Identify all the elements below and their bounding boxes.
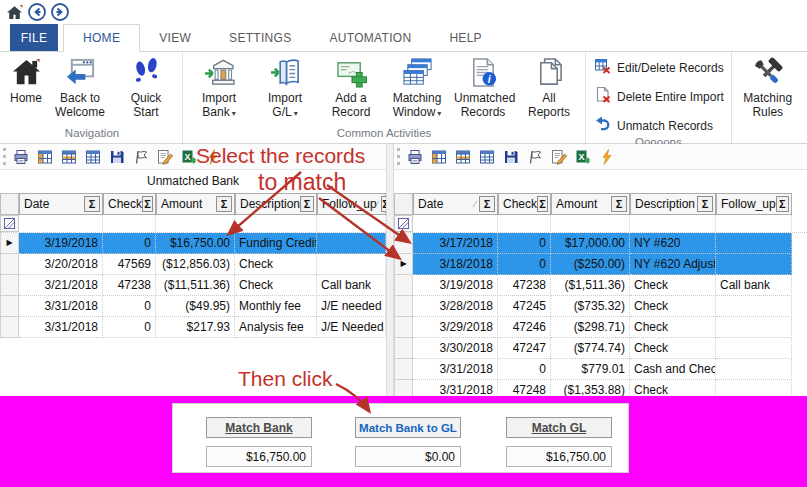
cell-description[interactable]: Monthly fee: [235, 296, 317, 317]
bank-grid-column-header-check[interactable]: CheckΣ: [103, 193, 156, 215]
cell-description[interactable]: Analysis fee: [235, 317, 317, 338]
ribbon-button-matching-rules[interactable]: Matching Rules: [735, 52, 801, 119]
bank-grid-row-4[interactable]: 3/31/20180$217.93Analysis feeJ/E Needed: [0, 317, 386, 338]
bank-grid-select-all[interactable]: [0, 193, 19, 215]
sigma-summary-button[interactable]: Σ: [611, 196, 627, 212]
gl-grid-row-6[interactable]: 3/31/20180$779.01Cash and Check De...: [394, 359, 807, 380]
save-icon[interactable]: [502, 148, 519, 165]
row-header[interactable]: [394, 317, 413, 338]
bank-grid-row-0[interactable]: ▶3/19/20180$16,750.00Funding Credit: [0, 233, 386, 254]
sigma-summary-button[interactable]: Σ: [479, 196, 495, 212]
ribbon-button-unmatched-records[interactable]: iUnmatched Records: [450, 52, 516, 119]
cell-description[interactable]: Funding Credit: [235, 233, 317, 254]
match-gl-button[interactable]: Match GL: [506, 417, 612, 438]
home-icon[interactable]: [5, 3, 23, 21]
bank-grid-column-header-amount[interactable]: AmountΣ: [156, 193, 235, 215]
sigma-summary-button[interactable]: Σ: [776, 196, 789, 212]
cell-follow-up[interactable]: J/E Needed: [317, 317, 386, 338]
grid-view-icon[interactable]: [478, 148, 495, 165]
cell-description[interactable]: Check: [630, 317, 716, 338]
filter-cell[interactable]: [551, 215, 630, 232]
gl-grid-row-2[interactable]: 3/19/201847238($1,511.36)CheckCall bank: [394, 275, 807, 296]
filter-cell[interactable]: [235, 215, 317, 232]
cell-amount[interactable]: ($774.74): [551, 338, 630, 359]
cell-amount[interactable]: ($49.95): [156, 296, 235, 317]
row-view-icon[interactable]: [60, 148, 77, 165]
match-bank-to-gl-button[interactable]: Match Bank to GL: [355, 417, 461, 438]
cell-follow-up[interactable]: [716, 359, 792, 380]
filter-cell[interactable]: [156, 215, 235, 232]
cell-amount[interactable]: $217.93: [156, 317, 235, 338]
cell-description[interactable]: Check: [630, 380, 716, 396]
cell-check[interactable]: 47569: [103, 254, 156, 275]
edit-record-icon[interactable]: [550, 148, 567, 165]
cell-follow-up[interactable]: [716, 317, 792, 338]
ribbon-button-unmatch-records[interactable]: Unmatch Records: [595, 116, 724, 135]
gl-grid-column-header-amount[interactable]: AmountΣ: [551, 193, 630, 215]
gl-grid-row-5[interactable]: 3/30/201847247($774.74)Check: [394, 338, 807, 359]
gl-grid-column-header-description[interactable]: DescriptionΣ: [630, 193, 716, 215]
cell-follow-up[interactable]: Call bank: [716, 275, 792, 296]
cell-date[interactable]: 3/31/2018: [19, 296, 103, 317]
cell-follow-up[interactable]: [317, 233, 386, 254]
cell-check[interactable]: 47238: [498, 275, 551, 296]
tab-help[interactable]: HELP: [430, 24, 501, 51]
cell-check[interactable]: 0: [103, 233, 156, 254]
cell-amount[interactable]: ($12,856.03): [156, 254, 235, 275]
gl-grid-row-4[interactable]: 3/29/201847246($298.71)Check: [394, 317, 807, 338]
cell-check[interactable]: 0: [103, 317, 156, 338]
cell-amount[interactable]: $17,000.00: [551, 233, 630, 254]
cell-description[interactable]: Check: [630, 338, 716, 359]
row-header[interactable]: ▶: [0, 233, 19, 254]
filter-cell[interactable]: [19, 215, 103, 232]
cell-check[interactable]: 47248: [498, 380, 551, 396]
sigma-summary-button[interactable]: Σ: [697, 196, 713, 212]
cell-date[interactable]: 3/18/2018: [413, 254, 498, 275]
row-header[interactable]: [394, 380, 413, 396]
sigma-summary-button[interactable]: Σ: [142, 196, 153, 212]
print-icon[interactable]: [406, 148, 423, 165]
tab-settings[interactable]: SETTINGS: [210, 24, 310, 51]
ribbon-button-add-a-record[interactable]: Add a Record: [318, 52, 384, 119]
cell-description[interactable]: NY #620 Adjustment: [630, 254, 716, 275]
cell-date[interactable]: 3/21/2018: [19, 275, 103, 296]
edit-record-icon[interactable]: [156, 148, 173, 165]
cell-follow-up[interactable]: Call bank: [317, 275, 386, 296]
gl-grid-column-header-date[interactable]: Date∕Σ: [413, 193, 498, 215]
ribbon-button-import-bank[interactable]: Import Bank▾: [186, 52, 252, 121]
ribbon-button-quick-start[interactable]: Quick Start: [113, 52, 179, 119]
row-header[interactable]: [394, 233, 413, 254]
row-view-icon[interactable]: [454, 148, 471, 165]
sigma-summary-button[interactable]: Σ: [300, 196, 314, 212]
tab-file[interactable]: FILE: [10, 24, 58, 51]
cell-date[interactable]: 3/19/2018: [19, 233, 103, 254]
filter-cell[interactable]: [630, 215, 716, 232]
cell-follow-up[interactable]: [716, 233, 792, 254]
cell-date[interactable]: 3/29/2018: [413, 317, 498, 338]
cell-description[interactable]: Cash and Check De...: [630, 359, 716, 380]
cell-date[interactable]: 3/30/2018: [413, 338, 498, 359]
bank-grid-column-header-follow-up[interactable]: Follow_up∕Σ: [317, 193, 386, 215]
cell-date[interactable]: 3/20/2018: [19, 254, 103, 275]
gl-grid-select-all[interactable]: [394, 193, 413, 215]
cell-follow-up[interactable]: J/E needed: [317, 296, 386, 317]
match-gl-amount-field[interactable]: $16,750.00: [506, 446, 612, 467]
cell-date[interactable]: 3/17/2018: [413, 233, 498, 254]
cell-check[interactable]: 0: [498, 359, 551, 380]
print-icon[interactable]: [12, 148, 29, 165]
column-view-icon[interactable]: [36, 148, 53, 165]
flag-icon[interactable]: [132, 148, 149, 165]
tab-home[interactable]: HOME: [63, 24, 140, 52]
bank-grid-row-2[interactable]: 3/21/201847238($11,511.36)CheckCall bank: [0, 275, 386, 296]
ribbon-button-edit-delete-records[interactable]: Edit/Delete Records: [595, 58, 724, 77]
cell-date[interactable]: 3/31/2018: [413, 359, 498, 380]
row-header[interactable]: [0, 296, 19, 317]
gl-grid-column-header-follow-up[interactable]: Follow_upΣ: [716, 193, 792, 215]
bank-grid-row-1[interactable]: 3/20/201847569($12,856.03)Check: [0, 254, 386, 275]
filter-cell[interactable]: [317, 215, 386, 232]
match-bank-button[interactable]: Match Bank: [206, 417, 312, 438]
cell-amount[interactable]: $779.01: [551, 359, 630, 380]
match-bank-amount-field[interactable]: $16,750.00: [206, 446, 312, 467]
cell-description[interactable]: Check: [630, 296, 716, 317]
row-header[interactable]: [394, 275, 413, 296]
